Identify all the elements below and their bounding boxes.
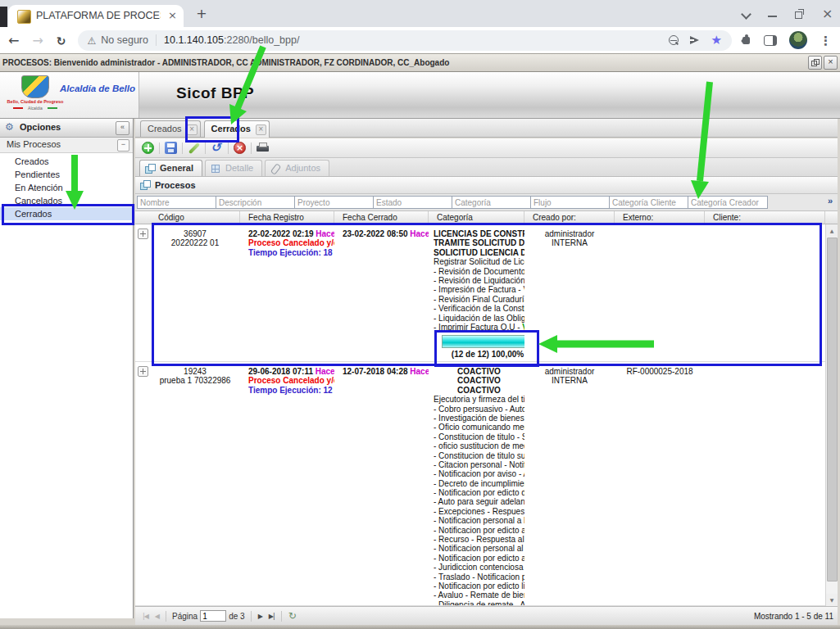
side-panel-icon[interactable] (764, 35, 777, 46)
last-page-button[interactable]: ▶| (266, 613, 278, 620)
restore-icon[interactable] (795, 9, 804, 18)
next-page-button[interactable]: ▶ (255, 613, 266, 620)
zoom-icon[interactable] (669, 35, 679, 45)
delete-button[interactable] (232, 140, 247, 156)
text-line: - Auto para seguir adelante (434, 497, 524, 506)
collapse-sidebar-button[interactable]: « (116, 121, 129, 135)
close-icon[interactable] (822, 9, 832, 19)
text-line: COACTIVO (434, 376, 524, 385)
text-line: - Traslado - Notificacion pers (434, 572, 524, 581)
tab-label: Cerrados (211, 124, 251, 133)
forward-icon[interactable] (32, 33, 43, 48)
text-line: TRAMITE SOLICITUD DE L (434, 238, 524, 247)
text-segment: - Verificación de la Construc (434, 304, 524, 313)
text-segment: - Cobro persuasivo - Auto m (434, 405, 524, 414)
cell-codigo: 3690720220222 01 (150, 224, 240, 361)
text-segment: - Revisión de Documentos - (434, 267, 524, 276)
text-line: - Constitucion de titulo - Sus (434, 432, 524, 441)
page-number-input[interactable] (200, 610, 226, 622)
text-line: - Notificacion por edicto de i (434, 488, 524, 497)
chevron-down-icon[interactable] (742, 10, 750, 18)
column-header-codigo[interactable]: Código (150, 211, 240, 224)
sidebar-item-creados[interactable]: Creados (0, 155, 133, 168)
frame-close-icon[interactable] (824, 56, 838, 70)
url-text[interactable]: 10.1.140.105:2280/bello_bpp/ (164, 34, 299, 46)
text-segment: COACTIVO (457, 376, 501, 385)
edit-button[interactable] (186, 140, 202, 156)
undo-button[interactable] (209, 140, 225, 156)
scroll-up-icon[interactable]: ▲ (826, 224, 838, 237)
column-header-externo-[interactable]: Externo: (615, 211, 705, 224)
scrollbar-thumb[interactable] (827, 238, 838, 581)
vertical-scrollbar[interactable]: ▲ ▼ (825, 224, 838, 606)
reload-icon[interactable] (57, 33, 66, 48)
bookmark-star-icon[interactable] (711, 34, 722, 47)
save-button[interactable] (163, 140, 179, 156)
scroll-down-icon[interactable]: ▼ (826, 594, 838, 606)
text-line: - Cobro persuasivo - Auto m (434, 405, 524, 414)
paperclip-icon (270, 164, 280, 174)
frame-restore-icon[interactable] (808, 56, 822, 70)
frame-buttons (806, 56, 838, 70)
filter-categoria-cliente[interactable] (609, 196, 689, 209)
sidebar-item-pendientes[interactable]: Pendientes (0, 168, 133, 181)
add-button[interactable] (140, 140, 156, 156)
divider (166, 611, 166, 622)
table-row[interactable]: 3690720220222 0122-02-2022 02:19 Hace (.… (135, 224, 825, 362)
column-header-fecha-cerrado[interactable]: Fecha Cerrado (334, 211, 429, 224)
filter-estado[interactable] (373, 196, 453, 209)
expand-row-icon[interactable] (138, 366, 148, 377)
close-tab-icon[interactable]: × (187, 124, 198, 135)
sidebar-item-en-atencion[interactable]: En Atención (0, 181, 133, 194)
divider (159, 143, 160, 154)
tab-creados[interactable]: Creados× (140, 120, 201, 137)
browser-nav-buttons (8, 33, 66, 48)
security-label[interactable]: No seguro (101, 34, 148, 46)
table-row[interactable]: 19243prueba 1 7032298629-06-2018 07:11 H… (135, 362, 825, 606)
filter-nombre[interactable] (137, 196, 217, 209)
address-bar[interactable]: No seguro 10.1.140.105:2280/bello_bpp/ (78, 30, 732, 51)
column-header-categoria[interactable]: Categoría (429, 211, 524, 224)
expand-row-icon[interactable] (138, 229, 148, 239)
table-header: CódigoFecha RegistroFecha CerradoCategor… (135, 211, 838, 224)
text-line: - Revisión de Liquidación Cu (434, 276, 524, 285)
sidebar-item-cerrados[interactable]: Cerrados (0, 207, 133, 220)
collapse-section-button[interactable]: − (117, 139, 129, 152)
column-header-cliente-[interactable]: Cliente: (705, 211, 825, 224)
close-tab-icon[interactable] (166, 10, 179, 22)
new-tab-button[interactable] (193, 6, 210, 22)
tab-cerrados[interactable]: Cerrados× (204, 120, 270, 138)
tab-detalle: Detalle (205, 160, 262, 176)
extensions-icon[interactable] (742, 35, 751, 45)
send-icon[interactable] (690, 35, 700, 45)
toolbar (135, 138, 838, 158)
text-line: - Notificacion por edicto a las (434, 526, 524, 535)
filter-descripcion[interactable] (216, 196, 296, 209)
sidebar-section-header[interactable]: Mis Procesos − (0, 138, 133, 153)
delete-icon (234, 142, 246, 154)
tab-label: Adjuntos (285, 163, 320, 173)
column-header-fecha-registro[interactable]: Fecha Registro (240, 211, 334, 224)
first-page-button[interactable]: |◀ (139, 613, 152, 620)
tab-general[interactable]: General (139, 160, 202, 176)
back-icon[interactable] (8, 33, 19, 48)
text-segment: - Notificacion por edicto liqui (434, 581, 524, 591)
filter-categoria[interactable] (452, 196, 532, 209)
tab-label: General (160, 163, 193, 173)
column-header-creado-por-[interactable]: Creado por: (524, 211, 615, 224)
text-segment: - Auto para seguir adelante (434, 497, 524, 506)
browser-tab[interactable]: PLATAFORMA DE PROCES (8, 5, 184, 27)
profile-avatar[interactable] (789, 31, 807, 49)
close-tab-icon[interactable]: × (256, 124, 266, 135)
refresh-icon[interactable]: ↻ (285, 610, 300, 622)
sidebar-item-cancelados[interactable]: Cancelados (0, 194, 133, 207)
filter-categoria-creador[interactable] (688, 196, 768, 209)
minimize-icon[interactable] (768, 9, 777, 18)
filter-proyecto[interactable] (294, 196, 375, 209)
prev-page-button[interactable]: ◀ (152, 613, 162, 620)
print-button[interactable] (255, 140, 270, 156)
screen: PLATAFORMA DE PROCES No seguro 10.1.140.… (0, 0, 840, 629)
more-filters-button[interactable]: » (828, 196, 833, 206)
filter-flujo[interactable] (530, 196, 611, 209)
menu-icon[interactable] (820, 33, 832, 48)
